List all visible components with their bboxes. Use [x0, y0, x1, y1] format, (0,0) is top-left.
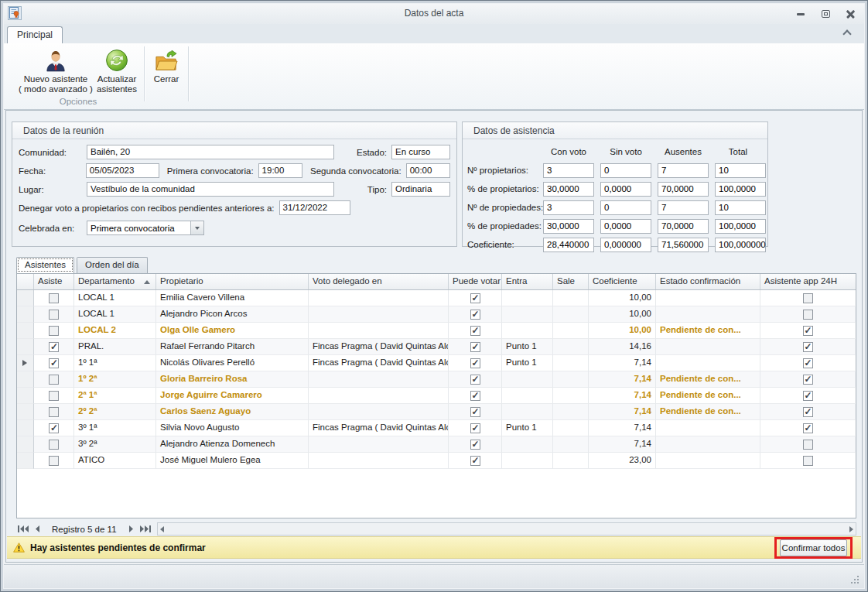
- asiste-checkbox[interactable]: [49, 326, 59, 336]
- table-row[interactable]: 2ª 1ª Jorge Aguirre Camarero 7,14 Pendie…: [17, 388, 856, 404]
- attendance-con-voto-field[interactable]: 30,0000: [543, 182, 594, 197]
- grid-header-entra[interactable]: Entra: [502, 274, 553, 289]
- grid-header-departamento[interactable]: Departamento: [74, 274, 156, 289]
- app24h-checkbox[interactable]: [803, 440, 813, 450]
- attendance-ausentes-field[interactable]: 70,0000: [658, 182, 709, 197]
- asiste-cell[interactable]: [34, 355, 74, 371]
- denegar-voto-fecha-field[interactable]: 31/12/2022: [279, 200, 350, 215]
- horizontal-scrollbar[interactable]: [157, 522, 856, 536]
- grid-header-estado-confirmacion[interactable]: Estado confirmación: [656, 274, 760, 289]
- puede-votar-cell[interactable]: [449, 453, 502, 469]
- asiste-cell[interactable]: [34, 371, 74, 388]
- app24h-checkbox[interactable]: [803, 358, 813, 368]
- puede-votar-checkbox[interactable]: [470, 423, 480, 433]
- asiste-cell[interactable]: [34, 404, 74, 420]
- asiste-checkbox[interactable]: [49, 375, 59, 385]
- grid-header-coeficiente[interactable]: Coeficiente: [589, 274, 656, 289]
- grid-header-sale[interactable]: Sale: [553, 274, 589, 289]
- table-row[interactable]: 1º 1ª Nicolás Olivares Perelló Fincas Pr…: [17, 355, 856, 371]
- asiste-cell[interactable]: [34, 306, 74, 323]
- attendance-con-voto-field[interactable]: 3: [543, 163, 594, 178]
- app24h-checkbox[interactable]: [803, 310, 813, 320]
- puede-votar-cell[interactable]: [449, 371, 502, 388]
- puede-votar-cell[interactable]: [449, 436, 502, 453]
- asiste-cell[interactable]: [34, 339, 74, 355]
- puede-votar-checkbox[interactable]: [470, 391, 480, 401]
- puede-votar-cell[interactable]: [449, 339, 502, 355]
- attendance-total-field[interactable]: 100,000000: [715, 238, 766, 252]
- attendance-total-field[interactable]: 100,0000: [715, 182, 766, 197]
- asiste-checkbox[interactable]: [49, 310, 59, 320]
- attendance-con-voto-field[interactable]: 30,0000: [543, 219, 594, 234]
- tab-principal[interactable]: Principal: [7, 26, 63, 43]
- asiste-cell[interactable]: [34, 290, 74, 306]
- app24h-cell[interactable]: [760, 436, 855, 453]
- app24h-checkbox[interactable]: [803, 456, 813, 466]
- collapse-ribbon-chevron[interactable]: [842, 29, 851, 38]
- asiste-checkbox[interactable]: [49, 358, 59, 368]
- puede-votar-checkbox[interactable]: [470, 440, 480, 450]
- restore-button[interactable]: [819, 9, 832, 19]
- puede-votar-cell[interactable]: [449, 355, 502, 371]
- scroll-right-icon[interactable]: [849, 526, 853, 532]
- asiste-cell[interactable]: [34, 323, 74, 339]
- app24h-cell[interactable]: [760, 306, 855, 323]
- grid-header-asistente-app[interactable]: Asistente app 24H: [760, 274, 855, 289]
- asiste-checkbox[interactable]: [49, 407, 59, 417]
- first-record-button[interactable]: [16, 523, 30, 535]
- attendance-sin-voto-field[interactable]: 0: [600, 200, 651, 215]
- celebrada-en-combo[interactable]: Primera convocatoria: [87, 221, 204, 235]
- actualizar-asistentes-button[interactable]: Actualizar asistentes: [92, 46, 142, 97]
- puede-votar-checkbox[interactable]: [470, 342, 480, 352]
- confirmar-todos-button[interactable]: Confirmar todos: [780, 539, 847, 556]
- attendance-ausentes-field[interactable]: 7: [658, 200, 709, 215]
- table-row[interactable]: ATICO José Miguel Mulero Egea 23,00: [17, 453, 856, 469]
- estado-field[interactable]: En curso: [391, 145, 450, 159]
- attendance-ausentes-field[interactable]: 71,560000: [658, 238, 709, 252]
- app24h-checkbox[interactable]: [803, 342, 813, 352]
- nuevo-asistente-button[interactable]: Nuevo asistente ( modo avanzado ): [13, 46, 98, 97]
- lugar-field[interactable]: Vestíbulo de la comunidad: [87, 182, 334, 197]
- tipo-field[interactable]: Ordinaria: [391, 182, 450, 197]
- tab-orden-del-dia[interactable]: Orden del día: [77, 257, 148, 273]
- asiste-checkbox[interactable]: [49, 456, 59, 466]
- table-row[interactable]: 3º 1ª Silvia Novo Augusto Fincas Pragma …: [17, 420, 856, 436]
- app24h-cell[interactable]: [760, 323, 855, 339]
- app24h-checkbox[interactable]: [803, 375, 813, 385]
- table-row[interactable]: LOCAL 2 Olga Olle Gamero 10,00 Pendiente…: [17, 323, 856, 339]
- minimize-button[interactable]: [795, 9, 807, 19]
- app24h-checkbox[interactable]: [803, 391, 813, 401]
- app24h-cell[interactable]: [760, 404, 855, 420]
- attendance-sin-voto-field[interactable]: 0,000000: [600, 238, 651, 252]
- asiste-checkbox[interactable]: [49, 293, 59, 303]
- asiste-checkbox[interactable]: [49, 342, 59, 352]
- puede-votar-cell[interactable]: [449, 323, 502, 339]
- puede-votar-cell[interactable]: [449, 404, 502, 420]
- attendance-sin-voto-field[interactable]: 0: [600, 163, 651, 178]
- grid-header-asiste[interactable]: Asiste: [34, 274, 74, 289]
- puede-votar-cell[interactable]: [449, 420, 502, 436]
- puede-votar-cell[interactable]: [449, 290, 502, 306]
- tab-asistentes[interactable]: Asistentes: [16, 257, 74, 273]
- table-row[interactable]: LOCAL 1 Alejandro Picon Arcos 10,00: [17, 306, 856, 323]
- table-row[interactable]: 3º 2ª Alejandro Atienza Domenech 7,14: [17, 436, 856, 453]
- attendance-ausentes-field[interactable]: 7: [658, 163, 709, 178]
- app24h-cell[interactable]: [760, 355, 855, 371]
- attendance-con-voto-field[interactable]: 3: [543, 200, 594, 215]
- app24h-cell[interactable]: [760, 290, 855, 306]
- asiste-checkbox[interactable]: [49, 423, 59, 433]
- app24h-cell[interactable]: [760, 453, 855, 469]
- primera-convocatoria-field[interactable]: 19:00: [258, 163, 302, 178]
- attendance-ausentes-field[interactable]: 70,0000: [658, 219, 709, 234]
- comunidad-field[interactable]: Bailén, 20: [87, 145, 334, 159]
- last-record-button[interactable]: [138, 523, 152, 535]
- segunda-convocatoria-field[interactable]: 00:00: [406, 163, 450, 178]
- app24h-checkbox[interactable]: [803, 407, 813, 417]
- resize-grip[interactable]: [857, 582, 859, 583]
- puede-votar-checkbox[interactable]: [470, 326, 480, 336]
- asiste-checkbox[interactable]: [49, 440, 59, 450]
- puede-votar-checkbox[interactable]: [470, 456, 480, 466]
- scroll-left-icon[interactable]: [160, 526, 164, 532]
- fecha-field[interactable]: 05/05/2023: [86, 163, 159, 178]
- app24h-checkbox[interactable]: [803, 326, 813, 336]
